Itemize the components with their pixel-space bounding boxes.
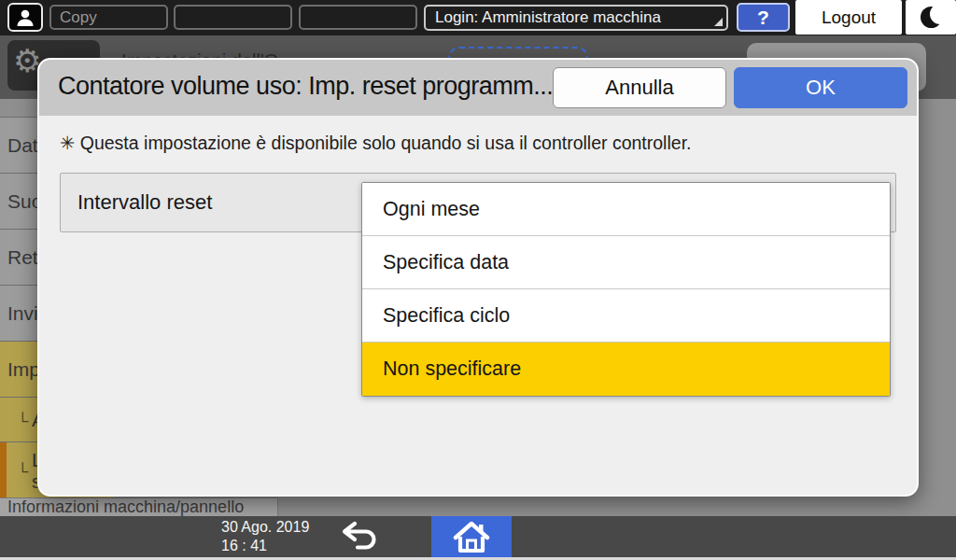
selected-accent-bar	[0, 442, 7, 497]
function-tab-3[interactable]	[299, 5, 417, 30]
reset-interval-label: Intervallo reset	[77, 190, 212, 214]
option-non-specificare[interactable]: Non specificare	[362, 343, 890, 396]
back-button[interactable]	[338, 521, 383, 553]
dialog-title: Contatore volume uso: Imp. reset program…	[58, 72, 553, 101]
reset-interval-dropdown: Ogni mese Specifica data Specifica ciclo…	[361, 182, 891, 397]
function-tab-2[interactable]	[174, 5, 292, 30]
corner-triangle-icon	[714, 18, 723, 26]
tree-branch-icon: └	[17, 463, 28, 482]
ok-button[interactable]: OK	[734, 67, 907, 108]
home-button[interactable]	[431, 516, 512, 557]
login-status-button[interactable]: Login: Amministratore macchina	[424, 5, 728, 31]
function-tab-copy[interactable]: Copy	[49, 5, 168, 30]
dialog-header: Contatore volume uso: Imp. reset program…	[39, 60, 917, 116]
cancel-button[interactable]: Annulla	[553, 67, 726, 108]
dialog-note: ✳ Questa impostazione è disponibile solo…	[60, 133, 691, 154]
date-time-display: 30 Ago. 2019 16 : 41	[221, 518, 309, 555]
device-screen: ⚙ ⚙ Impostazioni dell'O Dat Suo Ret Invi…	[0, 0, 956, 560]
back-arrow-icon	[338, 521, 383, 553]
sidebar-item-informazioni-macchina[interactable]: Informazioni macchina/pannello	[0, 497, 278, 516]
logout-button[interactable]: Logout	[795, 0, 902, 35]
user-icon	[14, 7, 36, 29]
option-specifica-data[interactable]: Specifica data	[362, 236, 890, 289]
date-label: 30 Ago. 2019	[221, 518, 309, 537]
user-button[interactable]	[7, 3, 43, 32]
time-label: 16 : 41	[221, 537, 309, 555]
bottom-system-bar: 30 Ago. 2019 16 : 41	[0, 516, 956, 557]
sleep-mode-button[interactable]	[906, 0, 956, 35]
option-ogni-mese[interactable]: Ogni mese	[362, 183, 890, 236]
tree-branch-icon: └	[17, 413, 28, 431]
reset-settings-dialog: Contatore volume uso: Imp. reset program…	[37, 58, 919, 497]
top-system-bar: Copy Login: Amministratore macchina ? Lo…	[0, 0, 956, 35]
option-specifica-ciclo[interactable]: Specifica ciclo	[362, 289, 890, 343]
home-icon	[452, 520, 491, 553]
help-button[interactable]: ?	[737, 3, 790, 32]
